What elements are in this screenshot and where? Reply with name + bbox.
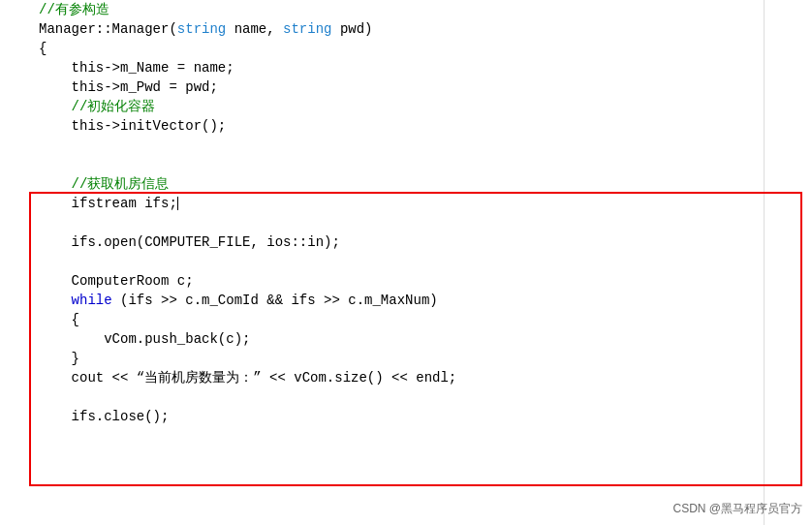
code-line-8: [29, 136, 812, 155]
code-line-12: [29, 213, 812, 232]
code-line-13: ifs.open(COMPUTER_FILE, ios::in);: [29, 232, 812, 252]
text-cursor: [177, 197, 178, 210]
code-line-21: [29, 387, 812, 407]
code-line-22: ifs.close();: [29, 407, 812, 426]
code-line-16: while (ifs >> c.m_ComId && ifs >> c.m_Ma…: [29, 291, 812, 310]
vertical-scroll-line: [764, 0, 765, 525]
code-line-9: [29, 155, 812, 174]
code-line-17: {: [29, 310, 812, 329]
code-line-15: ComputerRoom c;: [29, 271, 812, 291]
code-line-14: [29, 252, 812, 271]
code-line-2: Manager::Manager(string name, string pwd…: [29, 19, 812, 39]
code-line-5: this->m_Pwd = pwd;: [29, 77, 812, 97]
code-line-6: //初始化容器: [29, 97, 812, 116]
code-line-3: {: [29, 39, 812, 58]
code-line-19: }: [29, 349, 812, 368]
code-line-20: cout << “当前机房数量为：” << vCom.size() << end…: [29, 368, 812, 387]
code-line-7: this->initVector();: [29, 116, 812, 136]
code-line-18: vCom.push_back(c);: [29, 329, 812, 349]
comment-span: //有参构造: [39, 1, 109, 18]
watermark: CSDN @黑马程序员官方: [672, 501, 802, 517]
code-line-1: //有参构造: [29, 0, 812, 19]
code-line-11: ifstream ifs;: [29, 194, 812, 213]
code-line-4: this->m_Name = name;: [29, 58, 812, 77]
code-editor: //有参构造 Manager::Manager(string name, str…: [0, 0, 812, 525]
code-area[interactable]: //有参构造 Manager::Manager(string name, str…: [29, 0, 812, 525]
code-line-10: //获取机房信息: [29, 174, 812, 194]
